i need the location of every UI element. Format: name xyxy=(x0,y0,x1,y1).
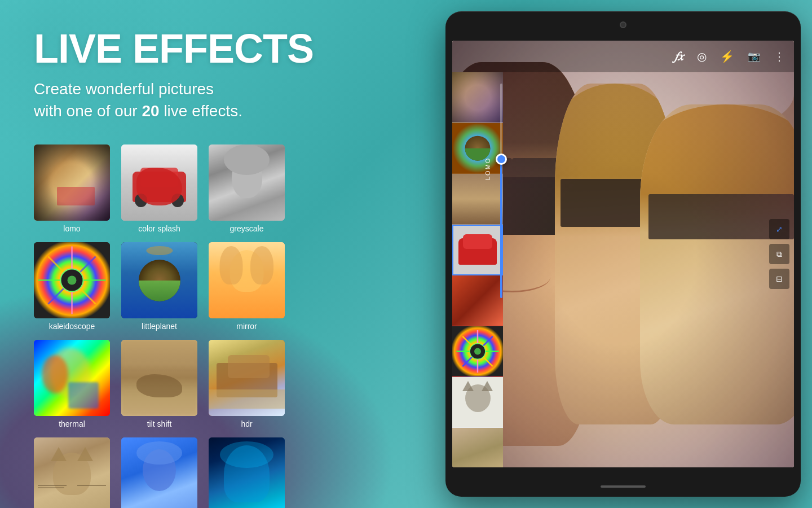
effect-thumb-thermal xyxy=(34,340,110,416)
flash-icon[interactable]: ⚡ xyxy=(720,50,734,63)
effect-thumb-sepia xyxy=(34,437,110,508)
camera-toolbar: 𝑓𝑥 ◎ ⚡ 📷 ⋮ xyxy=(452,41,794,72)
expand-icon: ⤢ xyxy=(776,225,783,234)
effect-slider[interactable]: Lomo xyxy=(493,72,510,467)
device-right-icons: ⤢ ⧉ ⊟ xyxy=(769,219,789,289)
effect-label-greyscale: greyscale xyxy=(230,224,264,233)
slider-label: Lomo xyxy=(484,169,491,180)
effect-item-negative[interactable]: negative xyxy=(209,437,285,508)
effect-thumb-hdr xyxy=(209,340,285,416)
grid-button[interactable]: ⊟ xyxy=(769,269,789,289)
effect-item-greyscale[interactable]: greyscale xyxy=(209,144,285,233)
effect-thumb-littleplanet xyxy=(121,242,197,318)
effect-item-littleplanet[interactable]: littleplanet xyxy=(121,242,197,331)
effect-item-color-splash[interactable]: color splash xyxy=(121,144,197,233)
effect-label-mirror: mirror xyxy=(236,322,257,331)
kaleidoscope-svg xyxy=(34,242,110,318)
effect-item-thermal[interactable]: thermal xyxy=(34,340,110,428)
svg-point-11 xyxy=(474,348,481,355)
effect-thumb-smurf xyxy=(121,437,197,508)
effect-label-lomo: lomo xyxy=(63,224,80,233)
expand-button[interactable]: ⤢ xyxy=(769,219,789,239)
device-container: 𝑓𝑥 ◎ ⚡ 📷 ⋮ xyxy=(445,11,801,497)
device-frame: 𝑓𝑥 ◎ ⚡ 📷 ⋮ xyxy=(445,11,801,497)
device-camera-lens xyxy=(620,21,626,28)
grid-icon: ⊟ xyxy=(776,274,783,283)
slider-fill xyxy=(500,159,502,298)
slider-handle[interactable] xyxy=(496,154,507,165)
subheadline-line2-prefix: with one of our xyxy=(34,102,142,120)
effect-thumb-greyscale xyxy=(209,144,285,221)
effect-label-kaleidoscope: kaleidoscope xyxy=(49,322,95,331)
effects-grid: lomo color splash greyscale xyxy=(34,144,400,508)
device-home-bar xyxy=(601,485,646,488)
effect-item-lomo[interactable]: lomo xyxy=(34,144,110,233)
effect-item-tiltshift[interactable]: tilt shift xyxy=(121,340,197,428)
svg-point-5 xyxy=(68,276,77,285)
subheadline-suffix: live effects. xyxy=(160,102,242,120)
effect-item-hdr[interactable]: hdr xyxy=(209,340,285,428)
effect-item-smurf[interactable]: smurf xyxy=(121,437,197,508)
slider-track: Lomo xyxy=(500,84,502,298)
effect-thumb-color-splash xyxy=(121,144,197,221)
copy-icon: ⧉ xyxy=(776,249,782,259)
effect-thumb-negative xyxy=(209,437,285,508)
effect-label-color-splash: color splash xyxy=(138,224,180,233)
fx-icon[interactable]: 𝑓𝑥 xyxy=(674,49,683,64)
left-content-area: LIVE EFFECTS Create wonderful pictures w… xyxy=(34,28,400,508)
effect-thumb-kaleidoscope xyxy=(34,242,110,318)
effect-label-tiltshift: tilt shift xyxy=(147,419,172,428)
copy-button[interactable]: ⧉ xyxy=(769,244,789,264)
effect-thumb-lomo xyxy=(34,144,110,221)
effect-item-kaleidoscope[interactable]: kaleidoscope xyxy=(34,242,110,331)
effect-thumb-tiltshift xyxy=(121,340,197,416)
effect-thumb-mirror xyxy=(209,242,285,318)
effect-label-hdr: hdr xyxy=(241,419,252,428)
subheadline-line1: Create wonderful pictures xyxy=(34,80,214,98)
circle-icon[interactable]: ◎ xyxy=(697,50,707,63)
effect-label-thermal: thermal xyxy=(59,419,85,428)
effect-item-sepia[interactable]: sepia xyxy=(34,437,110,508)
more-options-icon[interactable]: ⋮ xyxy=(774,50,785,63)
effect-label-littleplanet: littleplanet xyxy=(142,322,177,331)
camera-settings-icon[interactable]: 📷 xyxy=(748,50,760,63)
subheadline-number: 20 xyxy=(142,102,159,120)
effect-item-mirror[interactable]: mirror xyxy=(209,242,285,331)
headline: LIVE EFFECTS xyxy=(34,28,400,69)
device-screen: 𝑓𝑥 ◎ ⚡ 📷 ⋮ xyxy=(452,41,794,467)
subheadline: Create wonderful pictures with one of ou… xyxy=(34,78,400,122)
